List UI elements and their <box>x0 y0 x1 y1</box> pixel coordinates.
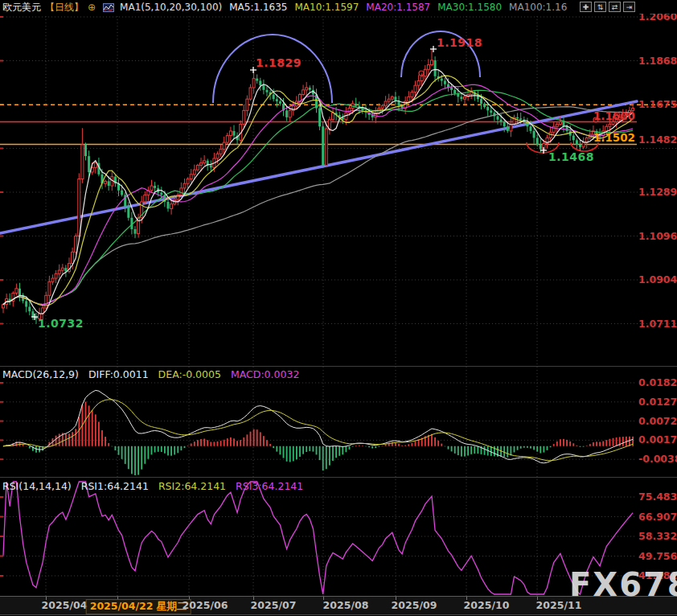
ma30-value: MA30:1.1580 <box>437 1 502 14</box>
crosshair-tool-icon[interactable]: ✚ <box>580 2 592 12</box>
rsi-legend: RSI(14,14,14) RSI1:64.2141 RSI2:64.2141 … <box>2 480 303 492</box>
rsi3-value: RSI3:64.2141 <box>236 480 303 492</box>
macd-legend: MACD(26,12,9) DIFF:0.0011 DEA:-0.0005 MA… <box>2 368 299 380</box>
ma5-value: MA5:1.1635 <box>229 1 287 14</box>
macd-dea-value: DEA:-0.0005 <box>158 368 221 380</box>
panel-separator-2 <box>0 477 677 478</box>
candles <box>2 49 634 324</box>
chart-type-icon[interactable] <box>103 2 114 11</box>
ma20-value: MA20:1.1587 <box>366 1 430 14</box>
date-label: 2025/10 <box>464 599 510 611</box>
date-label: 2025/09 <box>392 599 437 611</box>
x-scale-tool-icon[interactable]: ⇄ <box>609 2 621 12</box>
date-label: 2025/04 <box>42 599 88 611</box>
date-label: 2025/08 <box>323 599 369 611</box>
y-scale-tool-icon[interactable]: ⇅ <box>594 2 606 12</box>
chart-canvas[interactable] <box>0 0 677 616</box>
date-label: 2025/07 <box>251 599 297 611</box>
panel-separator-1 <box>0 366 677 367</box>
ma100-value: MA100:1.16 <box>509 1 567 14</box>
link-icon[interactable]: ⊕ <box>88 1 96 14</box>
ma10-value: MA10:1.1597 <box>294 1 359 14</box>
trading-app: 欧元美元 【日线】 ⊕ MA1(5,10,20,30,100) MA5:1.16… <box>0 0 677 616</box>
chart-toolbar: ✚ ⇅ ⇄ ⇥ <box>580 2 635 12</box>
ma-settings-label: MA1(5,10,20,30,100) <box>120 1 222 14</box>
symbol-title: 欧元美元 <box>2 1 41 14</box>
watermark: FX678 <box>569 566 677 603</box>
chart-header: 欧元美元 【日线】 ⊕ MA1(5,10,20,30,100) MA5:1.16… <box>0 0 677 14</box>
date-label-selected: 2025/04/22 星期二 <box>86 599 191 614</box>
rsi1-value: RSI1:64.2141 <box>81 480 149 492</box>
timeframe-label[interactable]: 【日线】 <box>45 1 84 14</box>
rsi2-value: RSI2:64.2141 <box>158 480 226 492</box>
macd-hist-value: MACD:0.0032 <box>231 368 299 380</box>
macd-title: MACD(26,12,9) <box>2 368 79 380</box>
rsi-title: RSI(14,14,14) <box>2 480 72 492</box>
pan-right-tool-icon[interactable]: ⇥ <box>623 2 635 12</box>
date-label: 2025/06 <box>183 599 228 611</box>
macd-diff-value: DIFF:0.0011 <box>88 368 149 380</box>
